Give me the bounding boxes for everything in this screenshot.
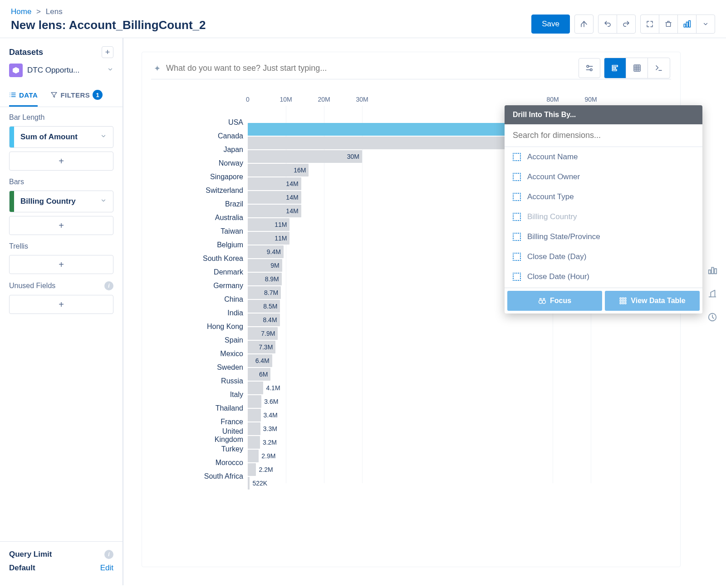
chart-type-dropdown[interactable] — [696, 15, 715, 34]
view-group — [640, 15, 715, 34]
add-bar-length[interactable]: + — [9, 152, 113, 171]
bar[interactable]: 11M — [248, 218, 289, 231]
dimension-label: Account Name — [527, 152, 578, 162]
redo-button[interactable] — [617, 15, 636, 34]
bar[interactable]: 8.7M — [248, 286, 281, 299]
bar[interactable]: 3.2M — [248, 436, 260, 449]
bar-value: 2.9M — [261, 452, 275, 460]
mode-saql[interactable] — [648, 58, 670, 78]
section-unused: Unused Fields i + — [0, 275, 123, 315]
chevron-down-icon[interactable] — [94, 133, 113, 141]
bar[interactable]: 522K — [248, 477, 250, 490]
chevron-down-icon — [107, 66, 113, 74]
dimension-item[interactable]: Account Type — [505, 187, 702, 207]
bar[interactable]: 8.5M — [248, 300, 280, 313]
info-icon[interactable]: i — [104, 281, 113, 290]
axis-tick: 30M — [356, 96, 368, 103]
svg-rect-16 — [543, 299, 544, 300]
bars-field[interactable]: Billing Country — [9, 191, 113, 212]
query-limit-label: Query Limit — [9, 550, 52, 559]
add-unused[interactable]: + — [9, 295, 113, 314]
dimension-item[interactable]: Close Date (Day) — [505, 247, 702, 267]
bar[interactable]: 6M — [248, 368, 270, 381]
unused-label: Unused Fields — [9, 282, 55, 290]
sidebar-tabs: DATA FILTERS 1 — [0, 84, 123, 107]
bar[interactable]: 14M — [248, 205, 301, 217]
dimension-item[interactable]: Account Name — [505, 147, 702, 167]
bar[interactable]: 3.4M — [248, 409, 261, 421]
chart-row-label: Russia — [193, 377, 248, 385]
fullscreen-button[interactable] — [640, 15, 659, 34]
bar[interactable]: 11M — [248, 232, 289, 245]
clip-button[interactable] — [659, 15, 678, 34]
chevron-down-icon[interactable] — [94, 197, 113, 206]
bar-value: 8.4M — [263, 316, 277, 323]
drag-handle[interactable] — [10, 127, 14, 147]
dataset-row[interactable]: DTC Opportu... — [0, 64, 123, 84]
bar-length-field[interactable]: Sum of Amount — [9, 126, 113, 148]
dimension-list: Account NameAccount OwnerAccount TypeBil… — [505, 147, 702, 288]
bar[interactable]: 3.6M — [248, 395, 261, 408]
dimension-icon — [513, 233, 521, 241]
drag-handle[interactable] — [10, 191, 14, 212]
bar[interactable]: 8.4M — [248, 314, 280, 326]
svg-rect-21 — [623, 300, 624, 302]
mode-table[interactable] — [626, 58, 648, 78]
suggestions-button[interactable] — [579, 58, 600, 78]
undo-redo-group — [598, 15, 636, 34]
rail-chart-icon[interactable] — [707, 265, 717, 275]
rail-history-icon[interactable] — [707, 312, 717, 322]
bar[interactable]: 9.4M — [248, 245, 284, 258]
bar[interactable]: 2.2M — [248, 463, 256, 476]
svg-rect-8 — [634, 65, 640, 71]
bar[interactable]: 2.9M — [248, 450, 259, 462]
info-icon[interactable]: i — [104, 550, 113, 559]
bar-chart-icon — [683, 20, 691, 28]
bar-value: 6M — [259, 371, 268, 378]
datasets-heading: Datasets — [9, 48, 43, 57]
bar[interactable]: 14M — [248, 191, 301, 204]
view-data-table-button[interactable]: View Data Table — [605, 291, 700, 311]
svg-rect-25 — [625, 303, 626, 304]
breadcrumb-leaf[interactable]: Lens — [46, 7, 63, 16]
save-button[interactable]: Save — [531, 15, 570, 34]
dimension-item[interactable]: Close Date (Hour) — [505, 267, 702, 287]
undo-icon — [603, 20, 612, 28]
share-button[interactable] — [574, 15, 594, 34]
bar[interactable]: 16M — [248, 164, 309, 176]
tab-filters[interactable]: FILTERS 1 — [50, 84, 103, 107]
trellis-label: Trellis — [9, 242, 113, 250]
bars-horizontal-icon — [611, 64, 619, 72]
dimension-item[interactable]: Billing State/Province — [505, 227, 702, 247]
dataset-icon — [9, 64, 23, 77]
bar[interactable]: 7.3M — [248, 341, 275, 353]
bar[interactable]: 9M — [248, 259, 282, 272]
add-trellis[interactable]: + — [9, 255, 113, 274]
bar[interactable]: 7.9M — [248, 327, 278, 340]
bar[interactable]: 30M — [248, 150, 362, 163]
chart-type-button[interactable] — [677, 15, 697, 34]
focus-button[interactable]: Focus — [507, 291, 602, 311]
dimension-search[interactable] — [505, 124, 702, 147]
breadcrumb-home[interactable]: Home — [11, 7, 31, 16]
rail-format-icon[interactable] — [707, 289, 717, 299]
bar[interactable]: 6.4M — [248, 354, 272, 367]
tab-data[interactable]: DATA — [9, 84, 38, 107]
bar[interactable]: 4.1M — [248, 382, 263, 394]
sliders-icon — [585, 64, 594, 72]
dimension-item[interactable]: Billing Country — [505, 207, 702, 227]
bar[interactable]: 14M — [248, 177, 301, 190]
mode-chart[interactable] — [604, 58, 626, 78]
sidebar: Datasets + DTC Opportu... DATA FILTERS 1… — [0, 38, 123, 585]
query-limit-default: Default — [9, 564, 35, 573]
bar-value: 4.1M — [266, 384, 280, 392]
bar[interactable]: 3.3M — [248, 422, 260, 435]
add-dataset-button[interactable]: + — [102, 46, 113, 58]
terminal-icon — [655, 64, 663, 72]
edit-query-limit[interactable]: Edit — [100, 564, 113, 573]
dimension-item[interactable]: Account Owner — [505, 167, 702, 187]
bar[interactable]: 8.9M — [248, 273, 282, 285]
drill-popover: Drill Into This By... Account NameAccoun… — [505, 105, 702, 314]
undo-button[interactable] — [598, 15, 617, 34]
add-bars[interactable]: + — [9, 216, 113, 235]
